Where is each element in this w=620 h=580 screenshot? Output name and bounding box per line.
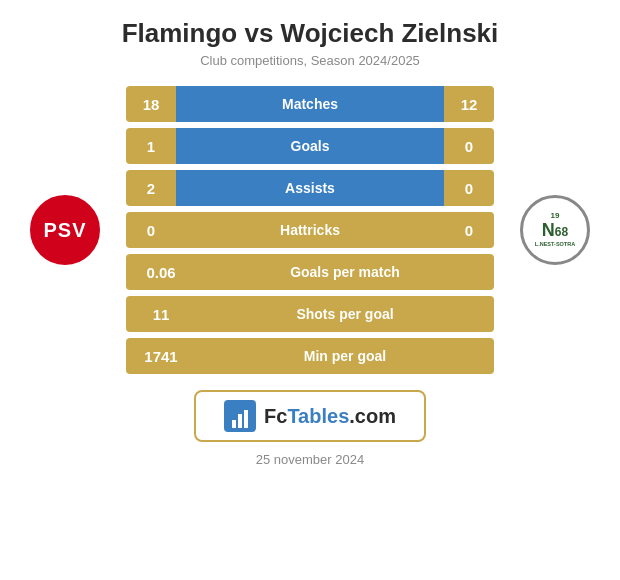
svg-rect-2 — [238, 414, 242, 428]
page-subtitle: Club competitions, Season 2024/2025 — [200, 53, 420, 68]
stat-left-goals: 1 — [126, 138, 176, 155]
stat-row-min-per-goal: 1741 Min per goal — [126, 338, 494, 374]
stat-right-goals: 0 — [444, 138, 494, 155]
stat-right-hattricks: 0 — [444, 222, 494, 239]
page: Flamingo vs Wojciech Zielnski Club compe… — [0, 0, 620, 580]
right-team-shield: 19 N68 L.NEST-SOTRA — [535, 211, 575, 248]
stat-label-shots-per-goal: Shots per goal — [196, 306, 494, 322]
stat-val-goals-per-match: 0.06 — [126, 264, 196, 281]
stat-row-goals: 1 Goals 0 — [126, 128, 494, 164]
right-team-year: 19 — [551, 211, 560, 220]
right-team-logo: 19 N68 L.NEST-SOTRA — [520, 195, 590, 265]
left-team-logo: PSV — [30, 195, 100, 265]
page-title: Flamingo vs Wojciech Zielnski — [122, 18, 499, 49]
right-team-name: L.NEST-SOTRA — [535, 241, 575, 248]
svg-rect-3 — [244, 410, 248, 428]
svg-rect-1 — [232, 420, 236, 428]
stat-label-matches: Matches — [176, 96, 444, 112]
left-team-abbr: PSV — [43, 219, 86, 242]
right-team-number: N68 — [542, 220, 568, 241]
stat-row-assists: 2 Assists 0 — [126, 170, 494, 206]
main-area: PSV 18 Matches 12 1 Goals 0 2 — [10, 86, 610, 374]
stat-row-matches: 18 Matches 12 — [126, 86, 494, 122]
stat-left-assists: 2 — [126, 180, 176, 197]
fctables-banner[interactable]: FcTables.com — [194, 390, 426, 442]
stat-left-matches: 18 — [126, 96, 176, 113]
stat-label-min-per-goal: Min per goal — [196, 348, 494, 364]
stat-val-min-per-goal: 1741 — [126, 348, 196, 365]
stat-row-hattricks: 0 Hattricks 0 — [126, 212, 494, 248]
left-logo-area: PSV — [10, 195, 120, 265]
stat-left-hattricks: 0 — [126, 222, 176, 239]
stat-label-goals: Goals — [176, 138, 444, 154]
date-label: 25 november 2024 — [256, 452, 364, 467]
fctables-label: FcTables.com — [264, 405, 396, 428]
stat-label-hattricks: Hattricks — [176, 222, 444, 238]
stat-right-matches: 12 — [444, 96, 494, 113]
right-logo-area: 19 N68 L.NEST-SOTRA — [500, 195, 610, 265]
stat-label-assists: Assists — [176, 180, 444, 196]
stats-area: 18 Matches 12 1 Goals 0 2 Assists 0 0 H — [126, 86, 494, 374]
stat-row-goals-per-match: 0.06 Goals per match — [126, 254, 494, 290]
stat-row-shots-per-goal: 11 Shots per goal — [126, 296, 494, 332]
stat-val-shots-per-goal: 11 — [126, 306, 196, 323]
stat-label-goals-per-match: Goals per match — [196, 264, 494, 280]
stat-right-assists: 0 — [444, 180, 494, 197]
fctables-icon — [224, 400, 256, 432]
